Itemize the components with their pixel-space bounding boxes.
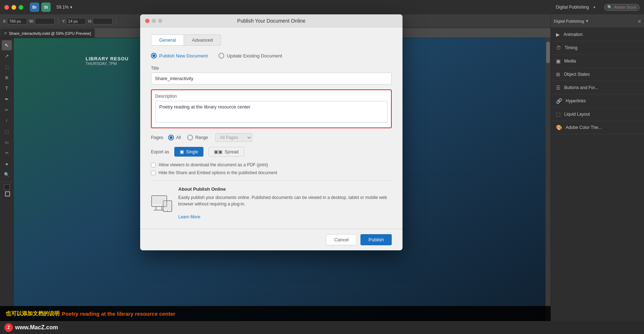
publish-button[interactable]: Publish xyxy=(360,234,392,245)
x-coord-group: X: xyxy=(3,18,27,24)
dialog-title: Publish Your Document Online xyxy=(237,18,305,24)
x-input[interactable] xyxy=(7,18,27,24)
panel-item-buttons-forms[interactable]: ☰ Buttons and For... xyxy=(551,81,644,94)
radio-existing-dot xyxy=(218,53,224,59)
panel-item-media[interactable]: ▣ Media xyxy=(551,55,644,68)
checkbox-share[interactable] xyxy=(151,171,156,175)
export-as-row: Export as ▣ Single ▣▣ Spread xyxy=(151,147,392,157)
stock-icon[interactable]: St xyxy=(41,3,51,12)
right-panel-toolbar: Digital Publishing ▾ « xyxy=(551,14,644,28)
cancel-button[interactable]: Cancel xyxy=(326,234,357,245)
dialog-body: General Advanced Publish New Document Up… xyxy=(140,27,402,229)
panel-item-adobe-color-label: Adobe Color The... xyxy=(566,125,602,130)
dialog-minimize-button[interactable] xyxy=(152,19,156,23)
annotation-bar: 也可以添加文档的说明 Poetry reading at the library… xyxy=(0,306,551,321)
title-input[interactable] xyxy=(151,73,392,84)
macz-site: www.MacZ.com xyxy=(15,324,58,331)
pages-range-option[interactable]: Range xyxy=(187,135,208,140)
description-textarea[interactable]: Poetry reading at the library resource c… xyxy=(155,101,387,122)
radio-update-existing[interactable]: Update Existing Document xyxy=(218,53,282,59)
pages-dropdown[interactable]: All Pages xyxy=(215,133,252,142)
workspace-chevron-icon[interactable]: ▾ xyxy=(593,5,595,10)
pages-range-label: Range xyxy=(195,135,208,140)
checkbox-share-row: Hide the Share and Embed options in the … xyxy=(151,170,392,175)
maximize-button[interactable] xyxy=(19,5,23,10)
gradient-swatch-tool[interactable]: ■ xyxy=(2,159,12,169)
pages-range-radio xyxy=(187,135,193,140)
panel-item-object-states-label: Object States xyxy=(564,72,590,77)
tab-advanced[interactable]: Advanced xyxy=(184,34,221,46)
panel-item-media-label: Media xyxy=(564,59,576,64)
panel-item-hyperlinks-label: Hyperlinks xyxy=(566,98,586,103)
export-spread-label: Spread xyxy=(225,149,239,154)
scrollbar-thumb[interactable] xyxy=(546,42,550,63)
checkbox-share-label: Hide the Share and Embed options in the … xyxy=(158,170,277,175)
fill-swatch[interactable] xyxy=(4,184,10,190)
left-tools-panel: ↖ ↗ ⬚ ⊞ T ✒ ✏ / ⬚ ▭ ✂ ■ 🔍 xyxy=(0,38,14,334)
toolbar-divider-2 xyxy=(116,17,116,25)
content-collector-tool[interactable]: ⊞ xyxy=(2,73,12,83)
liquid-layout-icon: ⬚ xyxy=(556,111,561,117)
export-single-button[interactable]: ▣ Single xyxy=(174,147,203,157)
y-input[interactable] xyxy=(66,18,86,24)
svg-rect-7 xyxy=(164,202,171,210)
workspace-label: Digital Publishing xyxy=(556,5,589,10)
tab-general[interactable]: General xyxy=(151,34,184,46)
publish-online-icon xyxy=(151,186,172,220)
panel-item-animation-label: Animation xyxy=(564,32,583,37)
direct-select-tool[interactable]: ↗ xyxy=(2,51,12,61)
dialog-titlebar: Publish Your Document Online xyxy=(140,14,402,27)
zoom-control: 59.1% ▾ xyxy=(56,5,72,10)
about-section: About Publish Online Easily publish your… xyxy=(151,180,392,220)
workspace-dropdown-icon[interactable]: ▾ xyxy=(586,19,588,23)
right-panel-collapse-icon[interactable]: « xyxy=(638,18,641,24)
zoom-chevron-icon[interactable]: ▾ xyxy=(70,5,72,10)
checkbox-pdf[interactable] xyxy=(151,163,156,167)
radio-publish-new[interactable]: Publish New Document xyxy=(151,53,208,59)
object-states-icon: ⊞ xyxy=(556,71,560,77)
panel-item-buttons-forms-label: Buttons and For... xyxy=(564,85,598,90)
export-spread-button[interactable]: ▣▣ Spread xyxy=(208,147,244,157)
canvas-scrollbar[interactable] xyxy=(546,38,551,334)
close-button[interactable] xyxy=(4,5,9,10)
pages-all-option[interactable]: All xyxy=(168,135,181,140)
about-description: Easily publish your documents online. Pu… xyxy=(178,194,392,207)
panel-item-object-states[interactable]: ⊞ Object States xyxy=(551,68,644,81)
panel-item-adobe-color[interactable]: 🎨 Adobe Color The... xyxy=(551,121,644,134)
panel-item-animation[interactable]: ▶ Animation xyxy=(551,28,644,41)
learn-more-link[interactable]: Learn More xyxy=(178,214,200,219)
doc-tab[interactable]: ✕ Share_interactivity.indd @ 59% [GPU Pr… xyxy=(0,28,95,38)
app-icons: Br St xyxy=(30,3,51,12)
pen-tool[interactable]: ✒ xyxy=(2,94,12,104)
dialog-footer: Cancel Publish xyxy=(140,229,402,250)
zoom-tool[interactable]: 🔍 xyxy=(2,170,12,180)
panel-item-timing[interactable]: ⏱ Timing xyxy=(551,41,644,55)
stroke-swatch[interactable] xyxy=(5,191,10,196)
line-tool[interactable]: / xyxy=(2,116,12,126)
select-tool[interactable]: ↖ xyxy=(2,40,12,50)
panel-item-liquid-layout-label: Liquid Layout xyxy=(564,112,590,117)
dialog-close-button[interactable] xyxy=(145,19,150,23)
dialog-maximize-button[interactable] xyxy=(158,19,162,23)
rectangle-tool[interactable]: ▭ xyxy=(2,137,12,147)
tools-divider xyxy=(1,182,12,182)
zoom-value: 59.1% xyxy=(56,5,69,10)
rectangle-frame-tool[interactable]: ⬚ xyxy=(2,126,12,136)
macz-logo: Z www.MacZ.com xyxy=(4,323,58,332)
traffic-lights xyxy=(4,5,23,10)
tab-close-icon[interactable]: ✕ xyxy=(4,31,7,35)
description-label: Description xyxy=(155,94,387,99)
w-coord-group: W: xyxy=(29,18,54,24)
h-input[interactable] xyxy=(93,18,112,24)
panel-item-hyperlinks[interactable]: 🔗 Hyperlinks xyxy=(551,94,644,108)
minimize-button[interactable] xyxy=(12,5,16,10)
bridge-icon[interactable]: Br xyxy=(30,3,39,12)
publish-type-radio-group: Publish New Document Update Existing Doc… xyxy=(151,53,392,59)
pencil-tool[interactable]: ✏ xyxy=(2,105,12,115)
panel-item-liquid-layout[interactable]: ⬚ Liquid Layout xyxy=(551,108,644,121)
type-tool[interactable]: T xyxy=(2,83,12,93)
scissors-tool[interactable]: ✂ xyxy=(2,148,12,158)
animation-icon: ▶ xyxy=(556,32,560,37)
page-tool[interactable]: ⬚ xyxy=(2,62,12,72)
w-input[interactable] xyxy=(35,18,55,24)
